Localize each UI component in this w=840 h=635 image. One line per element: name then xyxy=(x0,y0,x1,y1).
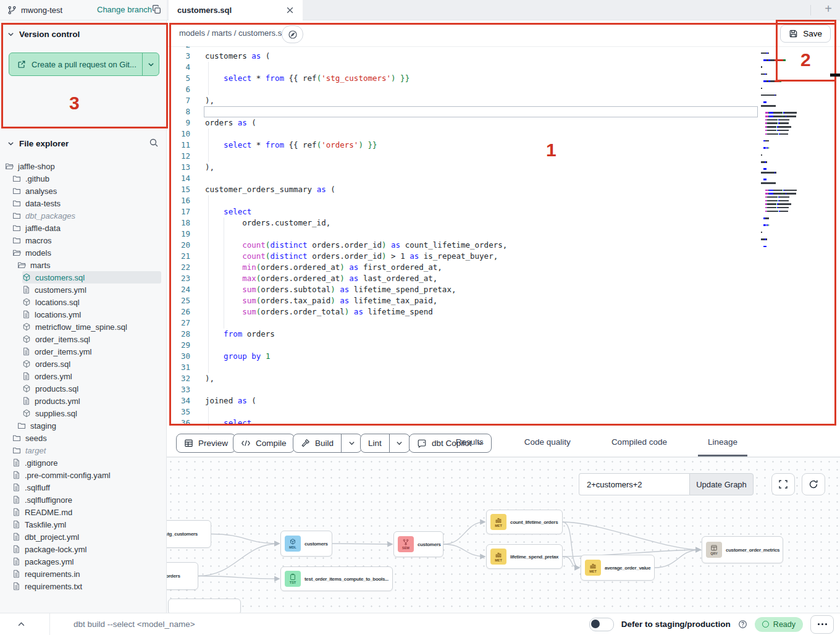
tree-item-customers-sql[interactable]: customers.sql xyxy=(22,271,161,284)
tree-item-dbt-packages[interactable]: dbt_packages xyxy=(12,209,167,222)
tree-item-products-yml[interactable]: products.yml xyxy=(22,395,167,407)
build-button[interactable]: Build xyxy=(293,434,362,453)
lineage-node-sem_customers[interactable]: SEMcustomers xyxy=(393,531,443,557)
tree-item-staging[interactable]: staging xyxy=(17,419,167,432)
lineage-node-lifetime_spend_pretax[interactable]: METlifetime_spend_pretax xyxy=(486,544,563,569)
change-branch-link[interactable]: Change branch xyxy=(97,5,152,14)
tab-code-quality[interactable]: Code quality xyxy=(514,429,581,456)
lineage-node-average_order_value[interactable]: METaverage_order_value xyxy=(581,555,655,581)
tree-item-order-items-yml[interactable]: order_items.yml xyxy=(22,345,167,358)
tree-item--gitignore[interactable]: .gitignore xyxy=(12,456,167,469)
tree-item-order-items-sql[interactable]: order_items.sql xyxy=(22,333,167,345)
tree-item-jaffle-data[interactable]: jaffle-data xyxy=(12,222,167,234)
tree-item-README-md[interactable]: README.md xyxy=(12,506,167,518)
code-line-11: 11 select * from {{ ref('orders') }} xyxy=(167,140,840,151)
copilot-icon-button[interactable] xyxy=(282,25,303,43)
tree-item-packages-yml[interactable]: packages.yml xyxy=(12,555,167,568)
lineage-node-orders[interactable]: orders xyxy=(167,562,198,590)
code-line-23: 23 max(orders.ordered_at) as last_ordere… xyxy=(167,273,840,284)
lineage-node-partial_node[interactable] xyxy=(168,599,241,613)
tree-item-seeds[interactable]: seeds xyxy=(12,432,167,444)
editor-header: models / marts / customers.sql Save xyxy=(167,20,840,47)
tab-compiled-code[interactable]: Compiled code xyxy=(602,429,677,456)
tab-lineage[interactable]: Lineage xyxy=(698,429,747,456)
lineage-node-count_lifetime_orders[interactable]: METcount_lifetime_orders xyxy=(486,510,563,534)
tab-customers-sql[interactable]: customers.sql xyxy=(169,0,303,20)
copy-icon[interactable] xyxy=(151,4,162,15)
tree-item-locations-yml[interactable]: locations.yml xyxy=(22,308,167,321)
command-input[interactable]: dbt build --select <model_name> xyxy=(49,613,195,635)
refresh-button[interactable] xyxy=(802,473,825,495)
code-line-20: 20 count(distinct orders.order_id) as co… xyxy=(167,240,840,251)
tree-item-products-sql[interactable]: products.sql xyxy=(22,382,167,395)
tree-item-jaffle-shop[interactable]: jaffle-shop xyxy=(5,160,167,172)
fullscreen-button[interactable] xyxy=(771,473,795,495)
defer-toggle[interactable] xyxy=(589,618,614,631)
tree-item-orders-yml[interactable]: orders.yml xyxy=(22,370,167,382)
tree-item-label: order_items.yml xyxy=(35,347,91,356)
tree-item-supplies-sql[interactable]: supplies.sql xyxy=(22,407,167,419)
tree-item--pre-commit-config-yaml[interactable]: .pre-commit-config.yaml xyxy=(12,469,167,481)
tree-item-requirements-in[interactable]: requirements.in xyxy=(12,568,167,580)
model-icon xyxy=(22,335,31,343)
pr-dropdown-caret[interactable] xyxy=(142,53,159,75)
help-icon[interactable] xyxy=(738,620,747,629)
tree-item-marts[interactable]: marts xyxy=(17,259,167,271)
tree-item--github[interactable]: .github xyxy=(12,172,167,185)
compile-button[interactable]: Compile xyxy=(233,434,295,453)
save-button[interactable]: Save xyxy=(780,25,831,43)
tree-item--sqlfluff[interactable]: .sqlfluff xyxy=(12,481,167,494)
preview-button[interactable]: Preview xyxy=(176,434,236,453)
status-bar: dbt build --select <model_name> Defer to… xyxy=(0,613,840,635)
lint-button[interactable]: Lint xyxy=(360,434,410,453)
tree-item-customers-yml[interactable]: customers.yml xyxy=(22,284,167,296)
build-dropdown-caret[interactable] xyxy=(342,434,361,452)
ready-status-badge[interactable]: Ready xyxy=(755,617,803,632)
code-line-33: 33 xyxy=(167,384,840,395)
code-line-26: 26 sum(orders.order_total) as lifetime_s… xyxy=(167,306,840,318)
tree-item-macros[interactable]: macros xyxy=(12,234,167,246)
tree-item--sqlfluffignore[interactable]: .sqlfluffignore xyxy=(12,494,167,506)
lineage-node-stg_customers[interactable]: stg_customers xyxy=(167,520,211,548)
tree-item-orders-sql[interactable]: orders.sql xyxy=(22,358,167,370)
file-icon xyxy=(22,285,30,294)
tree-item-locations-sql[interactable]: locations.sql xyxy=(22,296,167,308)
tree-item-package-lock-yml[interactable]: package-lock.yml xyxy=(12,543,167,555)
close-icon[interactable] xyxy=(286,6,294,14)
tree-item-models[interactable]: models xyxy=(12,246,167,259)
qry-badge-icon: QRY xyxy=(706,542,722,558)
file-explorer-header[interactable]: File explorer xyxy=(7,139,69,148)
tree-item-metricflow-time-spine-sql[interactable]: metricflow_time_spine.sql xyxy=(22,321,167,333)
tab-title: customers.sql xyxy=(177,6,232,15)
new-tab-button[interactable]: + xyxy=(825,2,832,16)
tree-item-requirements-txt[interactable]: requirements.txt xyxy=(12,580,167,592)
code-line-35: 35 xyxy=(167,406,840,418)
version-control-header[interactable]: Version control xyxy=(7,30,80,39)
save-label: Save xyxy=(803,29,822,38)
tree-item-analyses[interactable]: analyses xyxy=(12,185,167,197)
tree-item-data-tests[interactable]: data-tests xyxy=(12,197,167,209)
update-graph-button[interactable]: Update Graph xyxy=(689,473,754,495)
tree-item-Taskfile-yml[interactable]: Taskfile.yml xyxy=(12,518,167,531)
create-pr-button[interactable]: Create a pull request on Git... xyxy=(9,53,159,76)
tree-item-target[interactable]: target xyxy=(12,444,167,456)
tree-item-label: .pre-commit-config.yaml xyxy=(25,471,111,480)
tree-item-label: requirements.txt xyxy=(25,582,82,591)
file-icon xyxy=(12,458,20,467)
more-options-button[interactable] xyxy=(810,615,834,634)
tree-item-dbt-project-yml[interactable]: dbt_project.yml xyxy=(12,531,167,543)
lint-dropdown-caret[interactable] xyxy=(390,434,410,452)
chevron-up-icon[interactable] xyxy=(17,620,25,628)
code-line-19: 19 xyxy=(167,229,840,240)
tree-item-label: customers.sql xyxy=(35,273,85,282)
lineage-node-mdl_customers[interactable]: MDLcustomers xyxy=(280,531,332,557)
search-icon[interactable] xyxy=(149,138,159,148)
lineage-node-customer_order_metrics[interactable]: QRYcustomer_order_metrics xyxy=(702,536,783,563)
lineage-node-tst[interactable]: TSTtest_order_items_compute_to_bools... xyxy=(280,566,393,591)
version-control-title: Version control xyxy=(19,30,80,39)
tab-results[interactable]: Results xyxy=(446,429,494,456)
lineage-node-label: lifetime_spend_pretax xyxy=(510,554,558,560)
lineage-selector-input[interactable] xyxy=(579,473,689,495)
file-explorer-title: File explorer xyxy=(19,139,69,148)
code-editor[interactable]: 23customers as (45 select * from {{ ref(… xyxy=(167,46,840,429)
